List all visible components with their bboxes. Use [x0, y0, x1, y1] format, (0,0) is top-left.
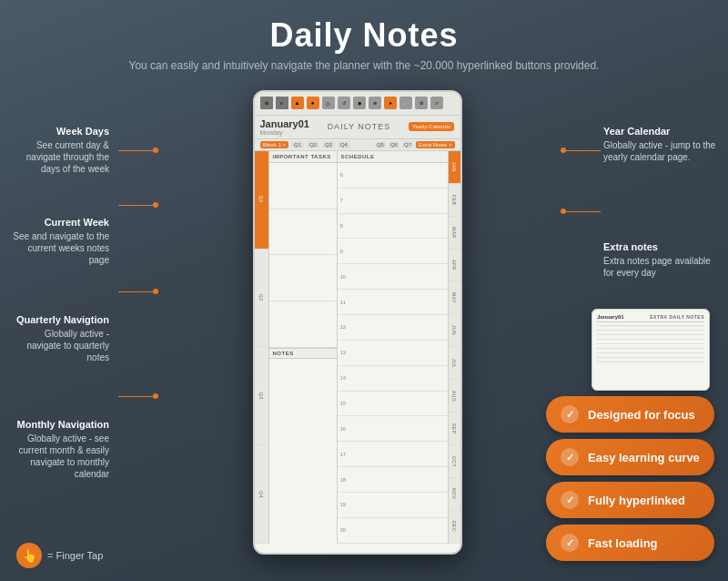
toolbar-icon-list[interactable]: ≡: [276, 97, 288, 109]
connector-monthly: [118, 396, 155, 397]
extra-note-line-1: [597, 325, 704, 326]
dot-week-days: [153, 148, 158, 153]
month-jul[interactable]: JUL: [449, 347, 460, 380]
task-line-3[interactable]: [269, 255, 337, 301]
schedule-row-10[interactable]: 10: [338, 264, 448, 290]
schedule-row-14[interactable]: 14: [338, 366, 448, 392]
schedule-row-12[interactable]: 12: [338, 315, 448, 341]
dot-current-week: [153, 202, 158, 208]
toolbar-icons: ⊞ ≡ ▲ ♠ ◇ ↺ ◉ ⊕ ➤ ⚓ ⚙ ⤢: [260, 97, 443, 109]
schedule-row-8[interactable]: 8: [338, 214, 448, 240]
main-body: IMPORTANT TASKS NOTES SCHEDULE: [269, 151, 460, 544]
schedule-row-20[interactable]: 20: [338, 518, 448, 544]
schedule-row-13[interactable]: 13: [338, 341, 448, 366]
toolbar-icon-grid[interactable]: ⊞: [260, 97, 273, 109]
check-icon-learning: ✓: [561, 448, 579, 466]
q2-btn[interactable]: Q2: [307, 141, 319, 148]
task-line-2[interactable]: [269, 209, 337, 256]
extra-notes-preview-header: January01 EXTRA DAILY NOTES: [597, 314, 704, 322]
toolbar-icon-expand[interactable]: ⤢: [430, 97, 443, 109]
schedule-row-16[interactable]: 16: [338, 416, 448, 442]
toolbar-icon-eye[interactable]: ◉: [353, 97, 366, 109]
connector-year-cal: [564, 150, 601, 151]
extra-note-line-8: [597, 357, 704, 358]
toolbar-icon-undo[interactable]: ↺: [338, 97, 350, 109]
extra-note-line-3: [597, 334, 704, 335]
connector-quarterly: [118, 291, 155, 292]
device-date-text: January01 Monday: [260, 118, 309, 136]
schedule-row-19[interactable]: 19: [338, 493, 448, 518]
schedule-row-7[interactable]: 7: [338, 189, 448, 214]
extra-note-line-5: [597, 343, 704, 344]
month-oct[interactable]: OCT: [449, 445, 460, 478]
feature-badge-loading: ✓ Fast loading: [546, 525, 714, 561]
device-mockup: ⊞ ≡ ▲ ♠ ◇ ↺ ◉ ⊕ ➤ ⚓ ⚙ ⤢ January01: [253, 90, 462, 555]
feature-label-focus: Designed for focus: [588, 408, 695, 422]
toolbar-icon-pen1[interactable]: ▲: [291, 97, 304, 109]
task-line-4[interactable]: [269, 301, 337, 348]
right-panel: SCHEDULE 6 7 8 9 10 11 12 13 14 15: [338, 151, 448, 544]
dot-monthly: [153, 393, 158, 399]
month-dec[interactable]: DEC: [449, 511, 460, 544]
extra-notes-date: January01: [597, 314, 624, 320]
feature-badge-hyperlinked: ✓ Fully hyperlinked: [546, 482, 714, 518]
month-feb[interactable]: FEB: [449, 184, 460, 217]
check-icon-loading: ✓: [561, 534, 579, 552]
device-area: ⊞ ≡ ▲ ♠ ◇ ↺ ◉ ⊕ ➤ ⚓ ⚙ ⤢ January01: [127, 81, 587, 573]
page-title: Daily Notes: [0, 16, 728, 55]
month-sep[interactable]: SEP: [449, 413, 460, 445]
task-lines: [269, 163, 337, 348]
device-body: Q1 Q2 Q3 Q4 IMPORTANT TASKS: [255, 151, 460, 544]
connector-extra-notes: [564, 211, 601, 212]
extra-notes-lines: [597, 325, 704, 362]
extra-notes-button[interactable]: Extra Notes >: [416, 141, 455, 148]
annotation-week-days: Week Days See current day & navigate thr…: [9, 125, 109, 175]
quarter-q4[interactable]: Q4: [255, 445, 268, 544]
toolbar-icon-layers[interactable]: ⊕: [369, 97, 381, 109]
toolbar-icon-settings[interactable]: ⚙: [415, 97, 428, 109]
schedule-header: SCHEDULE: [338, 151, 448, 163]
month-may[interactable]: MAY: [449, 281, 460, 314]
month-jun[interactable]: JUN: [449, 314, 460, 347]
day-q5[interactable]: Q5: [375, 141, 386, 148]
q3-btn[interactable]: Q3: [322, 141, 335, 148]
quarter-q3[interactable]: Q3: [255, 347, 268, 445]
notes-lines: [269, 359, 337, 544]
toolbar-icon-nav[interactable]: ➤: [384, 97, 397, 109]
page-header: Daily Notes You can easily and intuitive…: [0, 0, 728, 81]
toolbar-icon-pen2[interactable]: ♠: [307, 97, 319, 109]
schedule-row-15[interactable]: 15: [338, 392, 448, 417]
month-aug[interactable]: AUG: [449, 380, 460, 413]
day-q7[interactable]: Q7: [402, 141, 413, 148]
schedule-row-6[interactable]: 6: [338, 163, 448, 189]
schedule-row-18[interactable]: 18: [338, 467, 448, 493]
schedule-row-11[interactable]: 11: [338, 290, 448, 315]
schedule-row-9[interactable]: 9: [338, 239, 448, 264]
feature-label-loading: Fast loading: [588, 536, 658, 550]
connector-current-week: [118, 205, 155, 206]
extra-note-line-6: [597, 348, 704, 349]
toolbar-icon-anchor[interactable]: ⚓: [399, 97, 412, 109]
extra-note-line-9: [597, 362, 704, 362]
quarter-q2[interactable]: Q2: [255, 250, 268, 348]
device-toolbar: ⊞ ≡ ▲ ♠ ◇ ↺ ◉ ⊕ ➤ ⚓ ⚙ ⤢: [255, 92, 460, 116]
q4-btn[interactable]: Q4: [338, 141, 350, 148]
week1-btn[interactable]: Week 1 >: [260, 141, 288, 148]
quarter-q1[interactable]: Q1: [255, 151, 268, 250]
dot-year-cal: [561, 148, 566, 153]
task-line-1[interactable]: [269, 163, 337, 209]
page-subtitle: You can easily and intuitively navigate …: [0, 58, 728, 74]
day-q6[interactable]: Q6: [389, 141, 399, 148]
connector-week-days: [118, 150, 155, 151]
month-jan[interactable]: JAN: [449, 151, 460, 184]
extra-note-line-4: [597, 339, 704, 340]
q1-btn[interactable]: Q1: [291, 141, 304, 148]
yearly-calendar-button[interactable]: Yearly Calendar: [409, 122, 454, 131]
month-mar[interactable]: MAR: [449, 217, 460, 250]
toolbar-icon-eraser[interactable]: ◇: [322, 97, 335, 109]
device-week-nav: Week 1 > Q1 Q2 Q3 Q4 Q5 Q6 Q7 Extra Note…: [255, 139, 460, 151]
schedule-row-17[interactable]: 17: [338, 442, 448, 467]
month-apr[interactable]: APR: [449, 250, 460, 282]
feature-badges: ✓ Designed for focus ✓ Easy learning cur…: [546, 396, 714, 561]
month-nov[interactable]: NOV: [449, 478, 460, 511]
